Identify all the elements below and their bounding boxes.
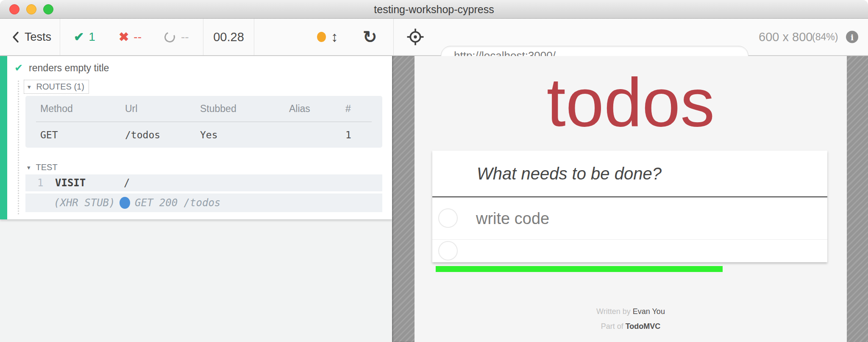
command-message: / [124, 177, 130, 189]
test-section-header[interactable]: ▾ TEST [24, 161, 62, 174]
column-count: # [331, 103, 382, 115]
column-alias: Alias [274, 103, 331, 115]
window-titlebar: testing-workshop-cypress [0, 0, 868, 19]
column-stubbed: Stubbed [185, 103, 274, 115]
selector-playground-button[interactable] [406, 28, 425, 46]
back-to-tests-button[interactable]: Tests [11, 31, 51, 44]
progress-bar [436, 266, 723, 272]
author-link[interactable]: Evan You [633, 307, 665, 316]
todo-card: write code [432, 151, 827, 262]
cell-url: /todos [110, 129, 185, 140]
failed-count: -- [134, 30, 142, 44]
x-icon: ✖ [119, 30, 129, 44]
routes-table-header-row: Method Url Stubbed Alias # [25, 96, 382, 121]
crosshair-icon [406, 28, 425, 46]
xhr-status-dot-icon [120, 197, 130, 209]
test-title: renders empty title [29, 62, 109, 74]
toolbar-divider [60, 19, 60, 55]
restart-tests-button[interactable]: ↻ [363, 27, 377, 47]
check-icon: ✔ [74, 30, 84, 44]
routes-section-header[interactable]: ▾ ROUTES (1) [24, 80, 89, 94]
pending-circle-icon [163, 30, 177, 44]
routes-table-row: GET /todos Yes 1 [25, 122, 382, 148]
app-title: todos [415, 63, 847, 142]
project-link[interactable]: TodoMVC [626, 322, 661, 331]
test-passed-bar [0, 56, 7, 219]
footer-part-of: Part of TodoMVC [415, 322, 847, 331]
footer-written-by: Written by Evan You [415, 307, 847, 316]
passed-count: 1 [89, 30, 95, 44]
todo-label[interactable]: write code [476, 209, 549, 227]
xhr-message: GET 200 /todos [135, 197, 220, 209]
new-todo-input[interactable] [432, 151, 827, 196]
column-method: Method [25, 103, 110, 115]
cypress-toolbar: Tests ✔ 1 ✖ -- -- 00.28 ↕ ↻ 600 x 800 (8… [0, 19, 868, 56]
todo-item[interactable]: write code [432, 197, 827, 240]
test-header-label: TEST [36, 163, 58, 172]
test-title-row[interactable]: ✔ renders empty title [14, 62, 109, 74]
part-of-label: Part of [601, 322, 626, 331]
command-log-panel: ✔ renders empty title ▾ ROUTES (1) Metho… [0, 56, 392, 342]
info-icon: i [851, 32, 854, 42]
pending-count: -- [181, 30, 189, 44]
command-method: VISIT [55, 177, 86, 189]
autoscroll-indicator[interactable]: ↕ [317, 29, 338, 45]
test-duration-timer: 00.28 [203, 19, 254, 55]
viewport-info-button[interactable]: i [846, 31, 858, 43]
triangle-down-icon: ▾ [27, 164, 31, 171]
indent-guide-line [18, 81, 19, 214]
panel-divider [393, 19, 394, 55]
todo-item[interactable] [432, 240, 827, 261]
triangle-down-icon: ▾ [28, 83, 31, 91]
window-title: testing-workshop-cypress [0, 3, 868, 16]
viewport-size: 600 x 800 [759, 30, 812, 44]
command-row-xhr-stub[interactable]: (XHR STUB) GET 200 /todos [25, 193, 382, 212]
chevron-left-icon [11, 31, 20, 43]
test-result-card: ✔ renders empty title ▾ ROUTES (1) Metho… [0, 56, 392, 219]
stat-failed: ✖ -- [119, 30, 142, 44]
stat-pending: -- [164, 30, 189, 44]
stat-passed: ✔ 1 [74, 30, 95, 44]
todo-toggle-checkbox[interactable] [438, 241, 458, 261]
command-list: 1 VISIT / (XHR STUB) GET 200 /todos [25, 174, 382, 212]
orange-dot-icon [317, 32, 326, 42]
written-by-label: Written by [596, 307, 633, 316]
column-url: Url [110, 103, 185, 115]
routes-header-label: ROUTES (1) [36, 82, 84, 92]
stripe-gutter-right [847, 56, 868, 342]
command-number: 1 [37, 177, 43, 189]
cell-stubbed: Yes [185, 129, 274, 140]
new-todo-row [432, 151, 827, 197]
refresh-icon: ↻ [363, 27, 377, 47]
aut-panel: todos write code Written by Evan You Par… [415, 56, 847, 342]
cell-method: GET [25, 129, 110, 140]
check-icon: ✔ [14, 62, 23, 74]
routes-table: Method Url Stubbed Alias # GET /todos Ye… [25, 96, 382, 148]
todo-toggle-checkbox[interactable] [438, 208, 458, 228]
back-label: Tests [25, 31, 51, 44]
stripe-gutter-left [392, 56, 415, 342]
xhr-stub-label: (XHR STUB) [54, 197, 115, 209]
viewport-scale: (84%) [812, 31, 838, 43]
cell-count: 1 [331, 129, 382, 140]
updown-arrow-icon: ↕ [331, 29, 338, 45]
command-row-visit[interactable]: 1 VISIT / [25, 174, 382, 191]
